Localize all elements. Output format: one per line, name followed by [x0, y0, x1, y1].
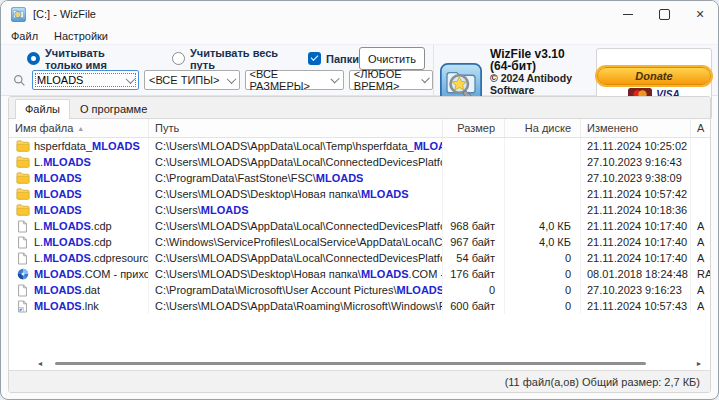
minimize-button[interactable] [610, 1, 646, 27]
header-path[interactable]: Путь [149, 119, 443, 137]
toolbar: Учитывать только имя Учитывать весь путь… [1, 44, 718, 96]
file-attr-cell: А [691, 282, 710, 298]
file-path-cell: C:\Users\MLOADS\AppData\Local\ConnectedD… [149, 250, 443, 266]
checkbox-folders-label: Папки [326, 53, 359, 65]
search-combo[interactable] [32, 70, 139, 90]
file-modified-cell: 21.11.2024 10:17:40 [581, 234, 691, 250]
header-disk[interactable]: На диске [505, 119, 581, 137]
tab-about[interactable]: О программе [70, 99, 157, 118]
file-name-cell: L.MLOADS.cdp [9, 234, 149, 250]
scrollbar-thumb[interactable] [55, 362, 646, 365]
chevron-down-icon [226, 74, 236, 84]
file-disk-cell: 4,0 КБ [505, 218, 581, 234]
file-path-text: C:\ProgramData\FastStone\FSC\MLOADS [155, 172, 363, 184]
tab-files[interactable]: Файлы [15, 99, 70, 119]
checkbox-folders[interactable]: Папки [308, 52, 359, 65]
search-input[interactable] [37, 74, 117, 86]
table-row[interactable]: L.MLOADSC:\Users\MLOADS\AppData\Local\Co… [9, 154, 710, 170]
file-path-cell: C:\Users\MLOADS\Desktop\Новая папка\MLOA… [149, 266, 443, 282]
about-panel: WizFile v3.10 (64-бит) © 2024 Antibody S… [433, 45, 718, 95]
file-modified-cell: 27.10.2023 9:38:09 [581, 170, 691, 186]
radio-name-only-label: Учитывать только имя [45, 47, 144, 71]
file-name-text: L.MLOADS.cdp [34, 236, 112, 248]
clear-button[interactable]: Очистить [359, 47, 425, 70]
menu-settings[interactable]: Настройки [54, 30, 108, 42]
file-modified-cell: 21.11.2024 10:18:36 [581, 202, 691, 218]
table-row[interactable]: MLOADSC:\Users\MLOADS21.11.2024 10:18:36 [9, 202, 710, 218]
file-path-text: C:\Users\MLOADS\Desktop\Новая папка\MLOA… [155, 268, 442, 280]
file-attr-cell: RA [691, 266, 710, 282]
file-size-cell [443, 154, 505, 170]
file-disk-cell [505, 170, 581, 186]
menu-file[interactable]: Файл [11, 30, 38, 42]
file-path-text: C:\Users\MLOADS [155, 204, 249, 216]
size-filter-combo[interactable]: <ВСЕ РАЗМЕРЫ> [245, 70, 344, 90]
file-size-cell: 968 байт [443, 218, 505, 234]
table-row[interactable]: MLOADS.lnkC:\Users\MLOADS\AppData\Roamin… [9, 298, 710, 314]
file-name-text: MLOADS.lnk [34, 300, 99, 312]
file-attr-cell: А [691, 250, 710, 266]
size-filter-value: <ВСЕ РАЗМЕРЫ> [250, 68, 333, 92]
table-body: hsperfdata_MLOADSC:\Users\MLOADS\AppData… [9, 138, 710, 357]
table-row[interactable]: MLOADSC:\Users\MLOADS\Desktop\Новая папк… [9, 186, 710, 202]
file-name-cell: MLOADS [9, 202, 149, 218]
file-attr-cell: А [691, 234, 710, 250]
file-path-text: C:\Users\MLOADS\AppData\Local\Temp\hsper… [155, 140, 442, 152]
file-modified-cell: 21.11.2024 10:17:40 [581, 218, 691, 234]
scroll-left-icon[interactable]: ◄ [33, 357, 47, 370]
header-filename[interactable]: Имя файла▲ [9, 119, 149, 137]
file-name-text: MLOADS.dat [34, 284, 100, 296]
radio-name-only[interactable]: Учитывать только имя [27, 47, 144, 71]
file-size-cell [443, 202, 505, 218]
file-size-cell [443, 186, 505, 202]
header-size[interactable]: Размер [443, 119, 505, 137]
file-name-text: MLOADS [34, 188, 82, 200]
file-size-cell: 54 байт [443, 250, 505, 266]
file-name-cell: MLOADS.dat [9, 282, 149, 298]
table-row[interactable]: L.MLOADS.cdpC:\Users\MLOADS\AppData\Loca… [9, 218, 710, 234]
radio-full-path[interactable]: Учитывать весь путь [172, 47, 282, 71]
radio-unselected-icon [172, 52, 185, 65]
table-row[interactable]: MLOADS.COM - приходи за ссC:\Users\MLOAD… [9, 266, 710, 282]
table-header: Имя файла▲ Путь Размер На диске Изменено… [9, 119, 710, 138]
minimize-icon [623, 14, 633, 15]
maximize-icon [659, 9, 670, 20]
file-path-text: C:\Users\MLOADS\AppData\Local\ConnectedD… [155, 220, 442, 232]
app-version: WizFile v3.10 (64-бит) [490, 48, 588, 72]
file-disk-cell: 0 [505, 266, 581, 282]
file-name-cell: MLOADS [9, 170, 149, 186]
table-row[interactable]: L.MLOADS.cdpC:\Windows\ServiceProfiles\L… [9, 234, 710, 250]
maximize-button[interactable] [646, 1, 682, 27]
file-path-cell: C:\Users\MLOADS\Desktop\Новая папка\MLOA… [149, 186, 443, 202]
file-modified-cell: 21.11.2024 10:57:43 [581, 298, 691, 314]
header-modified[interactable]: Изменено [581, 119, 691, 137]
file-modified-cell: 08.01.2018 18:24:48 [581, 266, 691, 282]
file-path-text: C:\Users\MLOADS\Desktop\Новая папка\MLOA… [155, 188, 409, 200]
window-title: [C:] - WizFile [33, 8, 96, 20]
file-attr-cell [691, 202, 710, 218]
file-path-text: C:\ProgramData\Microsoft\User Account Pi… [155, 284, 442, 296]
horizontal-scrollbar[interactable]: ◄ ► [9, 357, 710, 370]
table-row[interactable]: L.MLOADS.cdpresourceC:\Users\MLOADS\AppD… [9, 250, 710, 266]
file-path-text: C:\Users\MLOADS\AppData\Local\ConnectedD… [155, 252, 442, 264]
table-row[interactable]: MLOADSC:\ProgramData\FastStone\FSC\MLOAD… [9, 170, 710, 186]
table-row[interactable]: MLOADS.datC:\ProgramData\Microsoft\User … [9, 282, 710, 298]
app-logo-icon [11, 7, 26, 22]
scroll-right-icon[interactable]: ► [692, 357, 706, 370]
file-disk-cell [505, 202, 581, 218]
file-name-text: L.MLOADS.cdp [34, 220, 112, 232]
close-button[interactable]: × [682, 1, 718, 27]
chevron-down-icon[interactable] [126, 74, 136, 84]
table-row[interactable]: hsperfdata_MLOADSC:\Users\MLOADS\AppData… [9, 138, 710, 154]
file-path-cell: C:\ProgramData\Microsoft\User Account Pi… [149, 282, 443, 298]
file-name-text: L.MLOADS.cdpresource [34, 252, 148, 264]
time-filter-combo[interactable]: <ЛЮБОЕ ВРЕМЯ> [349, 70, 433, 90]
file-disk-cell: 0 [505, 250, 581, 266]
donate-button[interactable]: Donate [597, 67, 711, 85]
header-attributes[interactable]: А [691, 119, 710, 137]
search-icon [13, 74, 26, 87]
file-modified-cell: 27.10.2023 9:16:23 [581, 282, 691, 298]
file-path-cell: C:\Users\MLOADS\AppData\Local\ConnectedD… [149, 218, 443, 234]
type-filter-combo[interactable]: <ВСЕ ТИПЫ> [144, 70, 240, 90]
file-attr-cell: А [691, 298, 710, 314]
